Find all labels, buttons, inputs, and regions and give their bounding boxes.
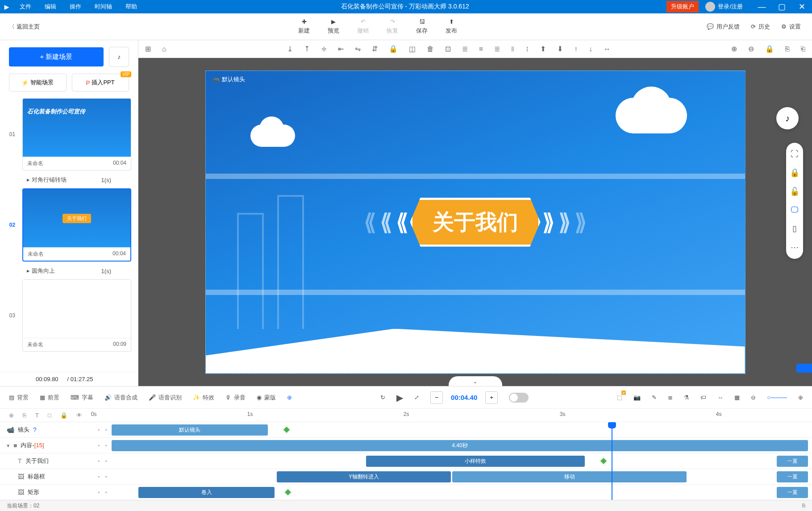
canvas-viewport[interactable]: 📹默认镜头 ⟪⟪⟪ 关于我们 ⟫⟫⟫ ♪ ⛶ 🔒 🔓 🖵: [138, 58, 812, 386]
collapse-panel-button[interactable]: ⌄: [449, 376, 502, 386]
keyframe-diamond[interactable]: [283, 488, 292, 497]
ruler-icon[interactable]: ⊞: [145, 45, 151, 53]
distribute-h-icon[interactable]: ⫴: [511, 45, 514, 53]
tag-icon[interactable]: 🏷: [700, 394, 706, 401]
copy-icon[interactable]: ⎘: [785, 45, 790, 53]
help-icon[interactable]: ?: [33, 426, 37, 433]
eye-icon[interactable]: 👁: [76, 412, 82, 419]
time-minus-button[interactable]: −: [430, 391, 443, 404]
foreground-button[interactable]: ▦前景: [40, 394, 59, 402]
save-button[interactable]: 🖫保存: [416, 18, 428, 35]
menu-help[interactable]: 帮助: [119, 0, 143, 13]
add-track-icon[interactable]: ⊕: [9, 412, 14, 419]
undo-button[interactable]: ↶撤销: [357, 18, 369, 35]
zoom-out-icon[interactable]: ⊖: [748, 45, 754, 53]
clip-always[interactable]: 一直: [777, 471, 808, 482]
align-icon[interactable]: ⇤: [338, 45, 344, 53]
align-left-icon[interactable]: ≣: [462, 45, 468, 53]
play-icon[interactable]: ▶: [396, 392, 403, 403]
frame-icon[interactable]: □: [48, 412, 51, 419]
layers-icon[interactable]: ≣: [668, 394, 673, 401]
align-right-icon[interactable]: ≣: [494, 45, 500, 53]
clip-always[interactable]: 一直: [777, 456, 808, 467]
back-home-button[interactable]: 〈 返回主页: [0, 23, 49, 31]
delete-icon[interactable]: 🗑: [427, 45, 434, 53]
layer-back-icon[interactable]: ⬇: [557, 45, 563, 53]
redo-button[interactable]: ↷恢复: [387, 18, 398, 35]
expand-icon[interactable]: ⤢: [414, 394, 419, 401]
snap-toggle[interactable]: [509, 393, 529, 403]
menu-timeline[interactable]: 时间轴: [88, 0, 118, 13]
maximize-button[interactable]: ▢: [772, 0, 792, 13]
play-small-icon[interactable]: ▸ 对角行铺转场: [27, 176, 67, 184]
keyframe-icon[interactable]: ⬚: [617, 394, 622, 401]
insert-ppt-button[interactable]: P插入PPTVIP: [72, 74, 129, 91]
layer-front-icon[interactable]: ⬆: [540, 45, 546, 53]
align-middle-icon[interactable]: ≑: [321, 45, 327, 53]
record-button[interactable]: 🎙录音: [225, 394, 246, 402]
bracket-icon[interactable]: ↔: [717, 394, 723, 401]
menu-action[interactable]: 操作: [63, 0, 87, 13]
align-bottom-icon[interactable]: ⤓: [287, 45, 293, 53]
upgrade-button[interactable]: 升级账户: [666, 1, 699, 12]
replay-icon[interactable]: ↻: [380, 394, 385, 401]
clip-yflip[interactable]: Y轴翻转进入: [277, 471, 451, 482]
background-button[interactable]: ▨背景: [9, 394, 29, 402]
layer-down-icon[interactable]: ↓: [589, 45, 592, 53]
edit-icon[interactable]: ✎: [652, 394, 657, 401]
menu-file[interactable]: 文件: [13, 0, 37, 13]
settings-button[interactable]: ⚙设置: [781, 23, 801, 31]
track-row-text[interactable]: T关于我们•• 小样特效 一直: [0, 453, 812, 469]
subtitle-button[interactable]: ⌨字幕: [71, 394, 93, 402]
track-row-rect[interactable]: 🖼矩形•• 卷入 一直: [0, 485, 812, 500]
zoom-out-tl-icon[interactable]: ⊖: [751, 394, 756, 401]
scene-item-1[interactable]: 01 未命名00:04: [7, 98, 131, 170]
crop-icon[interactable]: ◫: [409, 45, 416, 53]
clip-move[interactable]: 移动: [452, 471, 687, 482]
tts-button[interactable]: 🔊语音合成: [104, 394, 137, 402]
clip-effect[interactable]: 小样特效: [366, 456, 585, 467]
track-row-titlebox[interactable]: 🖼标题框•• Y轴翻转进入 移动 一直: [0, 469, 812, 485]
folder-icon[interactable]: ⎘: [23, 412, 26, 419]
feedback-button[interactable]: 💬用户反馈: [707, 23, 740, 31]
mobile-icon[interactable]: ▯: [790, 224, 800, 233]
clip-camera[interactable]: 默认镜头: [112, 424, 268, 436]
copy-status-icon[interactable]: ⎘: [802, 503, 805, 509]
clip-always[interactable]: 一直: [777, 487, 808, 498]
clip-roll[interactable]: 卷入: [138, 487, 275, 498]
fullscreen-icon[interactable]: ⛶: [790, 150, 800, 159]
align-top-icon[interactable]: ⤒: [304, 45, 310, 53]
scene-item-2[interactable]: 02 关于我们 未命名00:04: [7, 188, 131, 262]
filter-icon[interactable]: ⚗: [684, 394, 689, 401]
keyframe-diamond[interactable]: [599, 457, 608, 465]
layer-up-icon[interactable]: ↑: [574, 45, 578, 53]
publish-button[interactable]: ⬆发布: [446, 18, 457, 35]
align-center-icon[interactable]: ≡: [479, 45, 483, 53]
display-icon[interactable]: 🖵: [790, 205, 800, 215]
mask-button[interactable]: ◉蒙版: [257, 394, 276, 402]
close-button[interactable]: ✕: [792, 0, 812, 13]
title-badge[interactable]: ⟪⟪⟪ 关于我们 ⟫⟫⟫: [362, 198, 589, 247]
time-ruler[interactable]: 0s 1s 2s 3s 4s: [91, 409, 803, 422]
asr-button[interactable]: 🎤语音识别: [149, 394, 182, 402]
music-button[interactable]: ♪: [109, 47, 129, 67]
lock-closed-icon[interactable]: 🔒: [790, 168, 800, 178]
time-plus-button[interactable]: +: [485, 391, 498, 404]
play-small-icon[interactable]: ▸ 圆角向上: [27, 267, 55, 275]
lock-open-icon[interactable]: 🔓: [790, 187, 800, 196]
flip-h-icon[interactable]: ⇋: [355, 45, 361, 53]
minimize-button[interactable]: —: [752, 0, 772, 13]
clip-duration[interactable]: 4.40秒: [112, 440, 808, 451]
menu-edit[interactable]: 编辑: [38, 0, 62, 13]
text-icon[interactable]: T: [35, 412, 39, 419]
flip-v-icon[interactable]: ⇵: [372, 45, 378, 53]
lock-view-icon[interactable]: 🔒: [765, 45, 774, 53]
login-button[interactable]: 登录/注册: [705, 2, 743, 12]
preview-button[interactable]: ▶预览: [328, 18, 339, 35]
new-scene-button[interactable]: + 新建场景: [9, 47, 104, 66]
grid-icon[interactable]: ▦: [734, 394, 740, 401]
paste-icon[interactable]: ⎗: [801, 45, 805, 53]
side-tab[interactable]: [796, 364, 812, 373]
canvas-stage[interactable]: 📹默认镜头 ⟪⟪⟪ 关于我们 ⟫⟫⟫: [205, 71, 745, 374]
more-icon[interactable]: ⋯: [790, 242, 800, 252]
